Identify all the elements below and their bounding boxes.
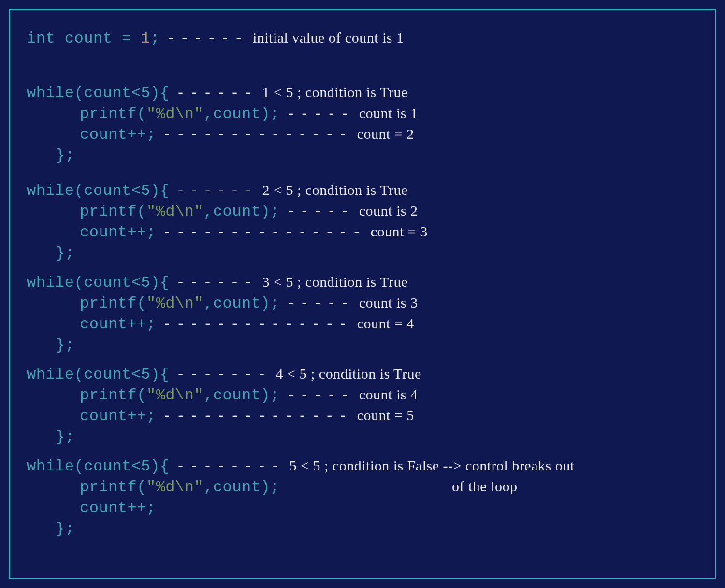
init-line: int count = 1; ------ initial value of c… — [27, 29, 698, 47]
increment-statement: count++; — [80, 407, 156, 425]
string-literal: "%d\n" — [146, 203, 203, 220]
annotation: initial value of count is 1 — [253, 29, 404, 46]
dash-connector: ----- — [280, 387, 359, 404]
dash-connector: -------- — [170, 458, 290, 475]
iteration-block-4: while(count<5){ ------- 4 < 5 ; conditio… — [27, 366, 698, 446]
increment-statement: count++; — [80, 315, 156, 333]
code-segment: printf( — [80, 203, 146, 220]
print-statement: printf("%d\n",count); — [80, 203, 280, 220]
annotation: count is 3 — [359, 294, 418, 311]
dash-connector: --------------- — [156, 224, 371, 241]
iteration-block-final: while(count<5){ -------- 5 < 5 ; conditi… — [27, 457, 698, 538]
close-brace: }; — [56, 244, 74, 262]
print-statement: printf("%d\n",count); — [80, 105, 280, 123]
close-brace: }; — [56, 520, 74, 538]
code-segment: ; — [150, 29, 160, 47]
code-segment: printf( — [80, 386, 146, 404]
annotation: 4 < 5 ; condition is True — [276, 366, 421, 382]
annotation: 1 < 5 ; condition is True — [262, 84, 408, 101]
close-brace: }; — [56, 428, 74, 446]
print-statement: printf("%d\n",count); — [80, 294, 280, 312]
code-segment: count = — [55, 29, 141, 47]
code-segment: ,count); — [203, 105, 280, 123]
code-segment: ,count); — [203, 386, 280, 404]
while-statement: while(count<5){ — [27, 366, 170, 383]
dash-connector: -------------- — [156, 316, 357, 333]
number-literal: 1 — [141, 29, 150, 47]
print-statement: printf("%d\n",count); — [80, 478, 280, 496]
code-segment: printf( — [80, 105, 146, 123]
code-segment: ,count); — [203, 478, 280, 496]
while-statement: while(count<5){ — [27, 274, 170, 292]
while-statement: while(count<5){ — [27, 457, 170, 475]
code-segment: ,count); — [203, 203, 280, 220]
dash-connector: -------------- — [156, 408, 357, 425]
iteration-block-2: while(count<5){ ------ 2 < 5 ; condition… — [27, 182, 698, 262]
dash-connector: ----- — [280, 295, 359, 312]
code-segment: printf( — [80, 294, 146, 312]
annotation: count is 1 — [359, 105, 418, 121]
dash-connector: -------------- — [156, 127, 357, 143]
dash-connector: ------ — [170, 275, 262, 291]
annotation: count is 2 — [359, 203, 418, 219]
annotation: count = 2 — [357, 126, 414, 142]
print-statement: printf("%d\n",count); — [80, 386, 280, 404]
dash-connector: ------ — [170, 183, 262, 199]
string-literal: "%d\n" — [146, 386, 203, 404]
annotation: count is 4 — [359, 386, 418, 403]
dash-connector: ----- — [280, 106, 359, 122]
dash-connector: ------ — [170, 85, 262, 102]
keyword: int — [27, 29, 55, 47]
close-brace: }; — [56, 147, 74, 164]
dash-connector: ------- — [170, 367, 276, 383]
while-statement: while(count<5){ — [27, 84, 170, 102]
annotation: 3 < 5 ; condition is True — [262, 274, 408, 290]
string-literal: "%d\n" — [146, 105, 203, 123]
annotation: count = 4 — [357, 315, 414, 332]
close-brace: }; — [56, 336, 74, 354]
code-segment: printf( — [80, 478, 146, 496]
annotation: count = 5 — [357, 407, 414, 424]
while-statement: while(count<5){ — [27, 182, 170, 200]
annotation: count = 3 — [371, 223, 428, 240]
dash-connector: ------ — [160, 30, 253, 47]
iteration-block-3: while(count<5){ ------ 3 < 5 ; condition… — [27, 274, 698, 354]
increment-statement: count++; — [80, 499, 156, 517]
diagram-frame: int count = 1; ------ initial value of c… — [9, 9, 716, 579]
annotation-continued: of the loop — [452, 478, 517, 495]
annotation: 5 < 5 ; condition is False --> control b… — [290, 457, 575, 474]
increment-statement: count++; — [80, 126, 156, 144]
code-segment: ,count); — [203, 294, 280, 312]
code-text: int count = 1; — [27, 29, 160, 47]
dash-connector: ----- — [280, 204, 359, 220]
string-literal: "%d\n" — [146, 294, 203, 312]
string-literal: "%d\n" — [146, 478, 203, 496]
iteration-block-1: while(count<5){ ------ 1 < 5 ; condition… — [27, 84, 698, 164]
annotation: 2 < 5 ; condition is True — [262, 182, 408, 198]
increment-statement: count++; — [80, 223, 156, 241]
